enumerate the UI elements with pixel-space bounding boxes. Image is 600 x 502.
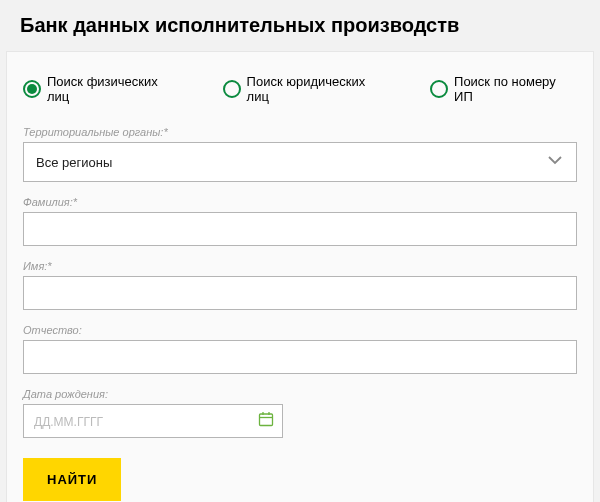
radio-legal-entities[interactable]: Поиск юридических лиц: [223, 74, 390, 104]
radio-icon: [430, 80, 448, 98]
birthdate-input[interactable]: [23, 404, 283, 438]
territory-value: Все регионы: [36, 155, 112, 170]
search-form: Поиск физических лиц Поиск юридических л…: [6, 51, 594, 502]
page-title: Банк данных исполнительных производств: [0, 14, 600, 51]
patronymic-group: Отчество:: [23, 324, 577, 374]
birthdate-wrap: [23, 404, 283, 438]
radio-label: Поиск по номеру ИП: [454, 74, 577, 104]
radio-icon: [223, 80, 241, 98]
calendar-icon[interactable]: [257, 410, 275, 432]
radio-ip-number[interactable]: Поиск по номеру ИП: [430, 74, 577, 104]
territory-select[interactable]: Все регионы: [23, 142, 577, 182]
radio-individuals[interactable]: Поиск физических лиц: [23, 74, 183, 104]
svg-rect-0: [260, 414, 273, 426]
search-type-radios: Поиск физических лиц Поиск юридических л…: [23, 74, 577, 104]
page-container: Банк данных исполнительных производств П…: [0, 0, 600, 502]
radio-label: Поиск физических лиц: [47, 74, 183, 104]
patronymic-input[interactable]: [23, 340, 577, 374]
firstname-label: Имя:*: [23, 260, 577, 272]
firstname-group: Имя:*: [23, 260, 577, 310]
territory-label: Территориальные органы:*: [23, 126, 577, 138]
chevron-down-icon: [546, 151, 564, 173]
firstname-input[interactable]: [23, 276, 577, 310]
lastname-group: Фамилия:*: [23, 196, 577, 246]
patronymic-label: Отчество:: [23, 324, 577, 336]
birthdate-label: Дата рождения:: [23, 388, 577, 400]
submit-button[interactable]: НАЙТИ: [23, 458, 121, 501]
lastname-input[interactable]: [23, 212, 577, 246]
radio-icon: [23, 80, 41, 98]
birthdate-group: Дата рождения:: [23, 388, 577, 438]
lastname-label: Фамилия:*: [23, 196, 577, 208]
radio-label: Поиск юридических лиц: [247, 74, 390, 104]
territory-group: Территориальные органы:* Все регионы: [23, 126, 577, 182]
